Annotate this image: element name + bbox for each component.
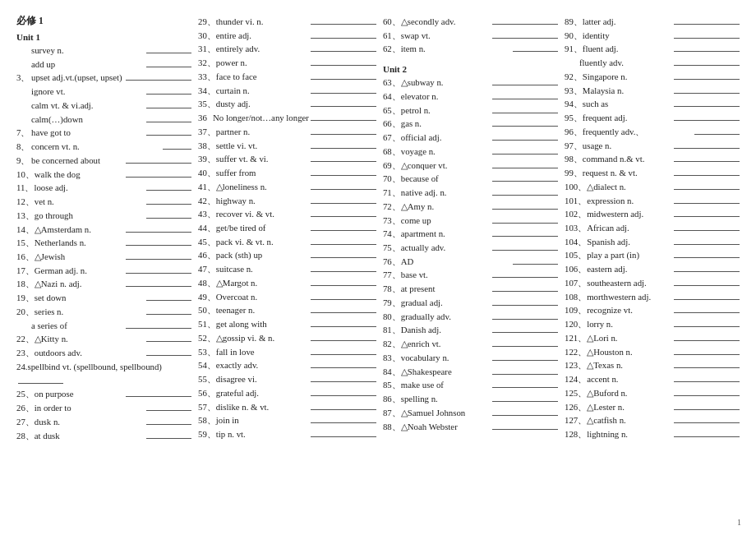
item-text: gas n. bbox=[401, 117, 491, 131]
item-number: 55、 bbox=[198, 372, 216, 386]
list-item: 56、grateful adj. bbox=[198, 386, 376, 400]
fill-blank bbox=[492, 24, 558, 25]
fill-blank bbox=[492, 236, 558, 237]
item-text: petrol n. bbox=[401, 104, 491, 118]
item-text: make use of bbox=[401, 378, 491, 392]
item-number: 16、 bbox=[16, 250, 35, 264]
list-item: 97、usage n. bbox=[565, 139, 740, 153]
item-number: 11、 bbox=[16, 181, 34, 195]
list-item: 25、on purpose bbox=[16, 387, 191, 401]
item-text: eastern adj. bbox=[587, 262, 672, 276]
list-item: survey n. bbox=[16, 44, 191, 58]
list-item: 127、△catfish n. bbox=[565, 413, 740, 427]
item-text: entirely adv. bbox=[216, 42, 309, 56]
unit-title: Unit 2 bbox=[383, 64, 558, 74]
item-text: AD bbox=[401, 255, 511, 269]
item-number: 125、 bbox=[565, 386, 587, 400]
item-text: get along with bbox=[216, 317, 309, 331]
item-text: frequent adj. bbox=[583, 111, 672, 125]
item-number: 122、 bbox=[565, 345, 587, 359]
fill-blank bbox=[311, 367, 376, 368]
item-number: 58、 bbox=[198, 413, 216, 427]
item-number: 9、 bbox=[16, 154, 31, 168]
list-item: 98、command n.& vt. bbox=[565, 152, 740, 166]
list-item: 121、△Lori n. bbox=[565, 331, 740, 345]
item-number: 120、 bbox=[565, 317, 587, 331]
item-text: dislike n. & vt. bbox=[216, 400, 309, 414]
list-item: 20、series n. bbox=[16, 305, 191, 319]
item-text: southeastern adj. bbox=[587, 276, 672, 290]
item-text: loose adj. bbox=[34, 181, 145, 195]
item-number: 109、 bbox=[565, 303, 587, 317]
item-number: 51、 bbox=[198, 317, 216, 331]
list-item: 66、gas n. bbox=[383, 117, 558, 131]
item-number: 104、 bbox=[565, 235, 587, 249]
fill-blank bbox=[674, 51, 740, 52]
list-item: 68、voyage n. bbox=[383, 145, 558, 159]
fill-blank bbox=[146, 341, 191, 342]
list-item: 51、get along with bbox=[198, 317, 376, 331]
list-item: 45、pack vi. & vt. n. bbox=[198, 235, 376, 249]
fill-blank bbox=[492, 168, 558, 168]
item-number: 28、 bbox=[16, 429, 35, 443]
item-number: 96、 bbox=[565, 125, 583, 139]
fill-blank bbox=[492, 154, 558, 155]
list-item: calm vt. & vi.adj. bbox=[16, 99, 191, 113]
list-item: 41、△loneliness n. bbox=[198, 180, 376, 194]
fill-blank bbox=[126, 286, 191, 287]
item-text: thunder vi. n. bbox=[216, 15, 309, 29]
item-text: suffer vt. & vi. bbox=[216, 152, 309, 166]
item-text: calm(…)down bbox=[31, 113, 145, 127]
fill-blank bbox=[146, 67, 191, 67]
list-item: 32、power n. bbox=[198, 56, 376, 70]
item-text: Netherlands n. bbox=[35, 236, 124, 250]
item-text: native adj. n. bbox=[401, 186, 491, 200]
section-title: 必修 1 bbox=[16, 15, 191, 27]
item-number: 101、 bbox=[565, 194, 587, 208]
item-text: grateful adj. bbox=[216, 386, 309, 400]
item-text: fluent adj. bbox=[583, 42, 672, 56]
item-number: 47、 bbox=[198, 262, 216, 276]
item-number: 85、 bbox=[383, 378, 401, 392]
list-item: 50、teenager n. bbox=[198, 303, 376, 317]
item-number: 75、 bbox=[383, 241, 401, 255]
item-text: frequently adv.、 bbox=[583, 125, 693, 139]
list-item: calm(…)down bbox=[16, 113, 191, 127]
list-item: 99、request n. & vt. bbox=[565, 166, 740, 180]
item-number: 83、 bbox=[383, 351, 401, 365]
item-number: 81、 bbox=[383, 323, 401, 337]
list-item: 84、△Shakespeare bbox=[383, 365, 558, 379]
item-text: exactly adv. bbox=[216, 358, 309, 372]
item-text: ignore vt. bbox=[31, 85, 145, 99]
item-text: get/be tired of bbox=[216, 221, 309, 235]
item-text: △loneliness n. bbox=[216, 180, 309, 194]
fill-blank bbox=[126, 273, 191, 274]
item-text: African adj. bbox=[587, 221, 672, 235]
fill-blank bbox=[163, 149, 191, 150]
item-text: request n. & vt. bbox=[583, 166, 672, 180]
item-number: 54、 bbox=[198, 358, 216, 372]
fill-blank bbox=[674, 175, 740, 176]
fill-blank bbox=[674, 79, 740, 80]
item-text: pack (sth) up bbox=[216, 248, 309, 262]
item-text: △Margot n. bbox=[216, 276, 309, 290]
list-item: 14、△Amsterdam n. bbox=[16, 223, 191, 237]
fill-blank bbox=[674, 326, 740, 327]
item-number: 59、 bbox=[198, 427, 216, 441]
item-number: 92、 bbox=[565, 70, 583, 84]
fill-blank bbox=[311, 120, 376, 121]
list-item: 124、accent n. bbox=[565, 372, 740, 386]
list-item: 10、walk the dog bbox=[16, 168, 191, 182]
list-item: 17、German adj. n. bbox=[16, 264, 191, 278]
fill-blank bbox=[513, 51, 558, 52]
item-text: △Texas n. bbox=[587, 358, 672, 372]
fill-blank bbox=[126, 80, 191, 81]
fill-blank bbox=[492, 374, 558, 375]
item-number: 52、 bbox=[198, 331, 216, 345]
fill-blank bbox=[674, 409, 740, 410]
list-item: 76、AD bbox=[383, 255, 558, 269]
item-number: 67、 bbox=[383, 131, 401, 145]
list-item: 73、come up bbox=[383, 214, 558, 228]
fill-blank bbox=[311, 299, 376, 300]
list-item: 80、gradually adv. bbox=[383, 310, 558, 324]
